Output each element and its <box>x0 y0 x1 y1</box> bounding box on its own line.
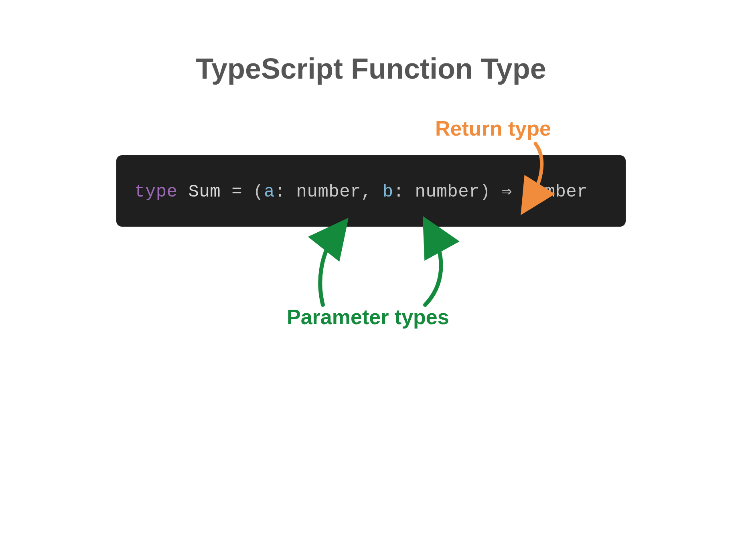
param-arrow-1-icon <box>313 229 353 309</box>
param-a: a <box>264 182 275 202</box>
return-type-label: Return type <box>435 116 551 140</box>
param-a-type: number <box>296 182 361 202</box>
close-paren: ) <box>480 182 491 202</box>
keyword-type: type <box>134 182 178 202</box>
comma: , <box>361 182 372 202</box>
open-paren: ( <box>253 182 264 202</box>
return-arrow-icon <box>521 140 553 205</box>
equals-sign: = <box>231 182 242 202</box>
param-b: b <box>383 182 393 202</box>
diagram-container: TypeScript Function Type Return type typ… <box>116 0 626 227</box>
arrow-operator: ⇒ <box>501 182 512 202</box>
param-arrow-2-icon <box>409 229 449 309</box>
parameter-types-label: Parameter types <box>287 305 449 329</box>
colon-2: : <box>393 182 404 202</box>
type-name: Sum <box>189 182 221 202</box>
diagram-title: TypeScript Function Type <box>116 52 626 85</box>
param-b-type: number <box>415 182 480 202</box>
colon-1: : <box>275 182 286 202</box>
